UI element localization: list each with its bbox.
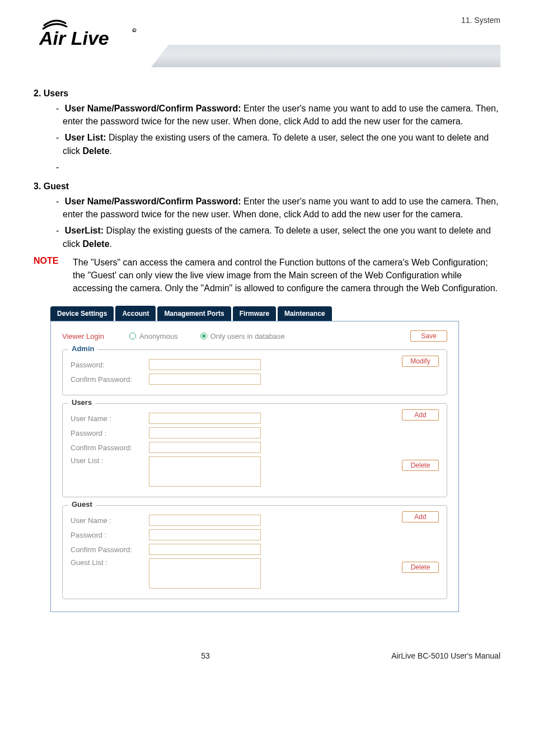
document-body: 2. Users - User Name/Password/Confirm Pa…: [34, 88, 500, 612]
tab-device-settings[interactable]: Device Settings: [50, 306, 114, 321]
admin-confirm-input[interactable]: [149, 374, 261, 385]
radio-only-users[interactable]: Only users in database: [200, 332, 285, 340]
chapter-label: 11. System: [461, 16, 500, 25]
save-button[interactable]: Save: [410, 330, 447, 342]
users-heading: 2. Users: [34, 88, 500, 99]
page-number: 53: [67, 651, 344, 660]
header-banner: [151, 45, 500, 67]
guest-section: Guest User Name : Password : Confirm Pas…: [62, 505, 447, 599]
admin-legend: Admin: [68, 344, 97, 353]
viewer-login-label: Viewer Login: [62, 332, 129, 340]
settings-tabs: Device Settings Account Management Ports…: [50, 306, 459, 321]
users-list-box[interactable]: [149, 456, 261, 487]
note-text: The "Users" can access the camera and co…: [73, 256, 500, 295]
guest-item-1-bold: User Name/Password/Confirm Password:: [65, 197, 241, 206]
guest-list-box[interactable]: [149, 558, 261, 589]
tab-maintenance[interactable]: Maintenance: [278, 306, 332, 321]
radio-selected-icon: [200, 333, 207, 339]
guest-list-label: Guest List :: [71, 558, 149, 567]
admin-password-label: Password:: [71, 361, 149, 369]
account-panel: Viewer Login Anonymous Only users in dat…: [50, 321, 459, 612]
users-confirm-input[interactable]: [149, 442, 261, 453]
guest-delete-button[interactable]: Delete: [402, 562, 439, 573]
users-section: Users User Name : Password : Confirm Pas…: [62, 403, 447, 497]
account-settings-screenshot: Device Settings Account Management Ports…: [50, 306, 459, 612]
brand-logo: Air Live R: [39, 16, 140, 52]
guest-item-2-bold: UserList:: [65, 226, 104, 235]
guest-password-input[interactable]: [149, 529, 261, 540]
guest-confirm-label: Confirm Password:: [71, 545, 149, 554]
tab-firmware[interactable]: Firmware: [233, 306, 276, 321]
users-username-label: User Name :: [71, 414, 149, 423]
page-header: Air Live R 11. System: [34, 11, 500, 73]
guest-password-label: Password :: [71, 531, 149, 539]
svg-text:R: R: [133, 29, 135, 32]
users-list-label: User List :: [71, 456, 149, 465]
tab-account[interactable]: Account: [115, 306, 156, 321]
users-item-1-bold: User Name/Password/Confirm Password:: [65, 104, 241, 113]
admin-password-input[interactable]: [149, 359, 261, 370]
guest-add-button[interactable]: Add: [402, 511, 439, 522]
users-confirm-label: Confirm Password:: [71, 444, 149, 452]
guest-item-2-text: Display the existing guests of the camer…: [63, 226, 491, 248]
tab-management-ports[interactable]: Management Ports: [157, 306, 231, 321]
svg-text:Air Live: Air Live: [39, 27, 109, 49]
doc-title: AirLive BC-5010 User's Manual: [344, 651, 500, 660]
users-item-2-bold: User List:: [65, 133, 106, 142]
guest-item-1: - User Name/Password/Confirm Password: E…: [56, 195, 500, 221]
users-delete-button[interactable]: Delete: [402, 460, 439, 471]
guest-heading: 3. Guest: [34, 181, 500, 192]
admin-confirm-label: Confirm Password:: [71, 375, 149, 384]
users-item-1: - User Name/Password/Confirm Password: E…: [56, 102, 500, 128]
guest-username-input[interactable]: [149, 515, 261, 526]
lone-dash: -: [56, 161, 500, 174]
users-item-2-bold2: Delete: [83, 146, 110, 156]
modify-button[interactable]: Modify: [402, 356, 439, 367]
users-username-input[interactable]: [149, 413, 261, 424]
admin-section: Admin Password: Confirm Password: Modify: [62, 349, 447, 395]
users-item-2-text: Display the existing users of the camera…: [63, 133, 489, 155]
radio-anonymous-label: Anonymous: [139, 332, 178, 340]
users-password-input[interactable]: [149, 427, 261, 438]
page-footer: 53 AirLive BC-5010 User's Manual: [0, 634, 534, 671]
users-item-2: - User List: Display the existing users …: [56, 131, 500, 157]
radio-only-users-label: Only users in database: [210, 332, 285, 340]
users-password-label: Password :: [71, 429, 149, 437]
guest-legend: Guest: [68, 500, 96, 508]
users-item-2-text2: .: [110, 146, 112, 156]
guest-item-2: - UserList: Display the existing guests …: [56, 224, 500, 250]
radio-anonymous[interactable]: Anonymous: [129, 332, 178, 340]
guest-confirm-input[interactable]: [149, 544, 261, 555]
users-legend: Users: [68, 398, 95, 407]
guest-username-label: User Name :: [71, 516, 149, 525]
users-add-button[interactable]: Add: [402, 409, 439, 421]
guest-item-2-text2: .: [110, 239, 112, 249]
note-label: NOTE: [34, 256, 73, 295]
guest-item-2-bold2: Delete: [83, 239, 110, 249]
radio-empty-icon: [129, 333, 136, 339]
